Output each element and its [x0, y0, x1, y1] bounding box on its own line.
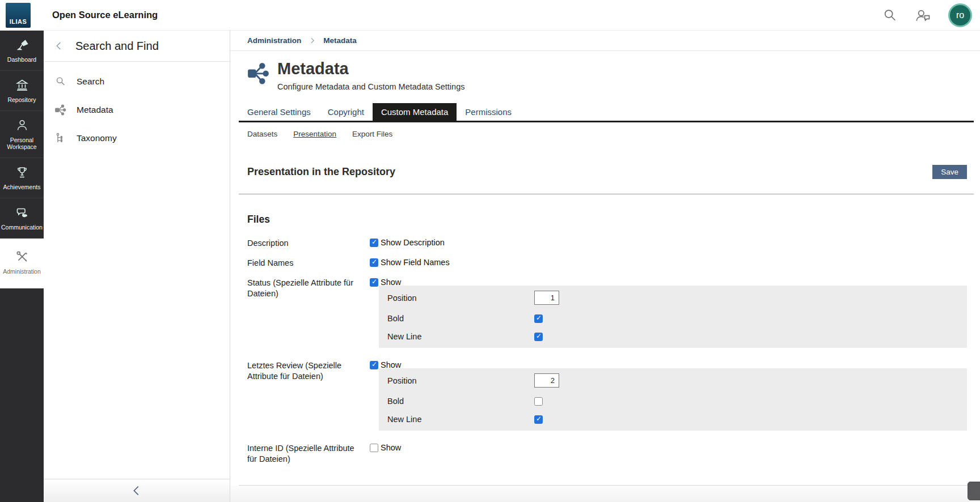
show-description-checkbox[interactable]: [370, 239, 378, 247]
search-icon[interactable]: [881, 7, 898, 24]
tab-custom-metadata[interactable]: Custom Metadata: [373, 103, 457, 121]
secondary-sidebar: Search and Find Search Metadata: [44, 31, 230, 502]
sidebar-item-label: Repository: [7, 96, 36, 103]
secondary-sidebar-header: Search and Find: [44, 31, 230, 62]
new-line-label: New Line: [387, 415, 534, 424]
subtab-bar: Datasets Presentation Export Files: [230, 122, 980, 138]
sidebar-item-taxonomy[interactable]: Taxonomy: [44, 124, 230, 152]
clipped-bottom-right-button[interactable]: Dis: [968, 482, 980, 500]
breadcrumb: Administration Metadata: [230, 31, 980, 51]
topbar-actions: ro: [881, 0, 972, 31]
section-header: Presentation in the Repository Save: [230, 165, 980, 179]
position-label: Position: [387, 293, 534, 303]
sidebar-item-personal-workspace[interactable]: Personal Workspace: [0, 111, 44, 158]
sidebar-item-achievements[interactable]: Achievements: [0, 158, 44, 198]
letztes-review-new-line-checkbox[interactable]: [534, 415, 543, 424]
sidebar-item-label: Achievements: [3, 184, 41, 190]
position-label: Position: [387, 376, 534, 385]
main-content: Administration Metadata Metadata Configu…: [230, 31, 980, 502]
letztes-review-detail-panel: Position Bold New Line: [379, 368, 967, 431]
form-group-heading: Files: [247, 214, 967, 226]
metadata-share-icon: [54, 104, 67, 116]
field-label: Field Names: [247, 258, 370, 269]
search-icon: [54, 75, 67, 88]
tools-icon: [15, 250, 29, 263]
field-label: Status (Spezielle Attribute für Dateien): [247, 278, 370, 299]
sidebar-item-label: Communication: [1, 224, 43, 231]
chevron-left-icon: [130, 483, 143, 498]
status-bold-checkbox[interactable]: [534, 314, 543, 323]
metadata-share-icon: [247, 62, 270, 91]
sidebar-item-label: Search: [77, 76, 104, 87]
site-title: Open Source eLearning: [52, 10, 158, 20]
letztes-review-position-input[interactable]: [534, 373, 559, 388]
sidebar-item-dashboard[interactable]: Dashboard: [0, 31, 44, 71]
chevron-right-icon: [309, 37, 316, 44]
status-detail-panel: Position Bold New Line: [379, 286, 967, 348]
form-row-interne-id: Interne ID (Spezielle Attribute für Date…: [247, 443, 967, 465]
trophy-icon: [15, 165, 29, 179]
main-sidebar: Dashboard Repository Personal Workspace: [0, 31, 44, 502]
save-button[interactable]: Save: [932, 165, 967, 179]
form-row-description: Description Show Description: [247, 238, 967, 249]
letztes-review-bold-checkbox[interactable]: [534, 397, 543, 406]
show-interne-id-checkbox[interactable]: [370, 444, 378, 452]
sidebar-item-administration[interactable]: Administration: [0, 239, 44, 288]
checkbox-label: Show: [381, 443, 401, 452]
sidebar-item-label: Metadata: [77, 105, 113, 115]
taxonomy-icon: [54, 132, 67, 144]
page-header: Metadata Configure Metadata and Custom M…: [230, 51, 980, 91]
presentation-form: Files Description Show Description Field…: [230, 194, 980, 464]
checkbox-label: Show: [381, 360, 401, 369]
who-is-online-icon[interactable]: [914, 7, 932, 24]
tab-permissions[interactable]: Permissions: [457, 103, 520, 121]
subtab-presentation[interactable]: Presentation: [293, 130, 336, 138]
form-row-field-names: Field Names Show Field Names: [247, 258, 967, 269]
tab-general-settings[interactable]: General Settings: [239, 103, 319, 121]
sidebar-item-search[interactable]: Search: [44, 67, 230, 96]
footer-area: [230, 486, 980, 502]
ilias-logo[interactable]: ILIAS: [6, 3, 31, 28]
checkbox-label: Show: [381, 278, 401, 287]
subtab-datasets[interactable]: Datasets: [247, 130, 277, 138]
subtab-export-files[interactable]: Export Files: [352, 130, 392, 138]
checkbox-label: Show Field Names: [381, 258, 450, 267]
field-label: Interne ID (Spezielle Attribute für Date…: [247, 443, 370, 465]
dashboard-icon: [15, 38, 29, 52]
form-row-status: Status (Spezielle Attribute für Dateien)…: [247, 278, 967, 287]
secondary-sidebar-title: Search and Find: [75, 40, 159, 53]
status-new-line-checkbox[interactable]: [534, 333, 543, 341]
sidebar-item-label: Taxonomy: [77, 133, 117, 143]
avatar[interactable]: ro: [948, 3, 972, 27]
page-title: Metadata: [277, 59, 464, 78]
sidebar-item-metadata[interactable]: Metadata: [44, 96, 230, 124]
section-title: Presentation in the Repository: [247, 166, 395, 178]
bold-label: Bold: [387, 314, 534, 323]
top-bar: ILIAS Open Source eLearning ro: [0, 0, 980, 31]
bold-label: Bold: [387, 397, 534, 406]
breadcrumb-administration[interactable]: Administration: [247, 36, 301, 45]
back-chevron-icon[interactable]: [54, 40, 64, 52]
breadcrumb-metadata[interactable]: Metadata: [323, 36, 357, 45]
collapse-sidebar-button[interactable]: [44, 479, 230, 502]
show-status-checkbox[interactable]: [370, 278, 378, 287]
sidebar-item-label: Administration: [3, 268, 41, 275]
person-icon: [15, 118, 29, 132]
sidebar-item-communication[interactable]: Communication: [0, 198, 44, 239]
field-label: Letztes Review (Spezielle Attribute für …: [247, 360, 370, 382]
status-position-input[interactable]: [534, 291, 559, 305]
sidebar-item-label: Dashboard: [7, 56, 36, 63]
field-label: Description: [247, 238, 370, 249]
sidebar-item-label: Personal Workspace: [1, 137, 43, 150]
show-field-names-checkbox[interactable]: [370, 258, 378, 267]
tab-bar: General Settings Copyright Custom Metada…: [239, 103, 974, 122]
repository-icon: [15, 78, 29, 92]
new-line-label: New Line: [387, 332, 534, 341]
form-row-letztes-review: Letztes Review (Spezielle Attribute für …: [247, 360, 967, 369]
show-letztes-review-checkbox[interactable]: [370, 361, 378, 369]
speech-bubbles-icon: [15, 206, 29, 219]
tab-copyright[interactable]: Copyright: [319, 103, 373, 121]
checkbox-label: Show Description: [381, 238, 445, 247]
page-subtitle: Configure Metadata and Custom Metadata S…: [277, 82, 464, 91]
sidebar-item-repository[interactable]: Repository: [0, 71, 44, 111]
